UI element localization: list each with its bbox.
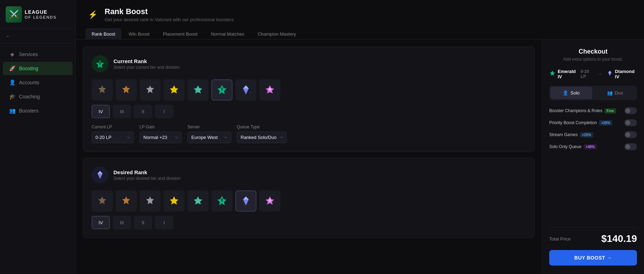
tab-win-boost[interactable]: Win Boost bbox=[123, 28, 155, 39]
from-rank-icon bbox=[549, 70, 556, 78]
sidebar-item-label: Coaching bbox=[19, 94, 40, 99]
boost-configuration: Current Rank Select your current tier an… bbox=[76, 39, 542, 274]
current-rank-card: Current Rank Select your current tier an… bbox=[83, 47, 535, 152]
queue-group: Queue Type Ranked Solo/Duo Ranked Flex bbox=[237, 124, 287, 143]
tab-placement-boost[interactable]: Placement Boost bbox=[157, 28, 203, 39]
booster-champs-label: Booster Champions & Roles Free bbox=[549, 108, 616, 114]
content-area: Current Rank Select your current tier an… bbox=[76, 39, 644, 274]
solo-icon: 👤 bbox=[563, 90, 568, 96]
priority-boost-label: Priority Boost Completion +25% bbox=[549, 120, 612, 126]
lp-select[interactable]: 0-20 LP 21-40 LP 41-60 LP 61-80 LP 81-99… bbox=[92, 132, 134, 143]
rank-badge-gold[interactable] bbox=[163, 79, 185, 101]
server-label: Server bbox=[187, 124, 231, 129]
sidebar-item-boosting[interactable]: 🚀 Boosting bbox=[3, 62, 73, 75]
to-rank-label: Diamond IV bbox=[615, 69, 637, 79]
header-icon: ⚡ bbox=[86, 8, 100, 22]
solo-queue-btn[interactable]: 👤 Solo bbox=[550, 87, 592, 99]
desired-division-btn-ii[interactable]: II bbox=[134, 216, 152, 229]
division-btn-ii[interactable]: II bbox=[134, 105, 152, 118]
current-rank-icon bbox=[92, 55, 109, 72]
tab-rank-boost[interactable]: Rank Boost bbox=[86, 28, 121, 39]
desired-rank-header: Desired Rank Select your desired tier an… bbox=[92, 166, 526, 183]
division-btn-iv[interactable]: IV bbox=[92, 105, 110, 118]
sidebar-item-label: Accounts bbox=[19, 80, 39, 85]
priority-boost-toggle[interactable] bbox=[624, 119, 637, 126]
current-rank-title: Current Rank Select your current tier an… bbox=[113, 58, 181, 70]
rank-badge-diamond[interactable] bbox=[235, 79, 256, 101]
stream-games-badge: +15% bbox=[580, 132, 593, 138]
desired-rank-badge-iron[interactable] bbox=[92, 190, 113, 212]
queue-select[interactable]: Ranked Solo/Duo Ranked Flex bbox=[237, 132, 287, 143]
desired-rank-badge-platinum[interactable] bbox=[187, 190, 209, 212]
division-btn-iii[interactable]: III bbox=[113, 105, 131, 118]
accounts-icon: 👤 bbox=[9, 79, 16, 86]
back-arrow-icon: ← bbox=[6, 34, 10, 39]
desired-rank-badge-gold[interactable] bbox=[163, 190, 185, 212]
option-priority-boost: Priority Boost Completion +25% bbox=[549, 119, 637, 126]
current-rank-options: Current LP 0-20 LP 21-40 LP 41-60 LP 61-… bbox=[92, 124, 526, 143]
total-label: Total Price bbox=[549, 236, 571, 242]
current-rank-header: Current Rank Select your current tier an… bbox=[92, 55, 526, 72]
duo-icon: 👥 bbox=[607, 90, 613, 96]
sidebar-navigation: ◈ Services 🚀 Boosting 👤 Accounts 🎓 Coach… bbox=[0, 43, 75, 122]
tab-champion-mastery[interactable]: Champion Mastery bbox=[252, 28, 302, 39]
desired-rank-badge-bronze[interactable] bbox=[116, 190, 137, 212]
to-rank-icon bbox=[607, 70, 613, 78]
option-stream-games: Stream Games +15% bbox=[549, 131, 637, 138]
desired-rank-icon bbox=[92, 166, 109, 183]
desired-rank-badge-diamond[interactable] bbox=[235, 190, 256, 212]
lp-gain-group: LP Gain Normal +23 Normal +20 Normal +17… bbox=[140, 124, 182, 143]
from-rank-display: Emerald IV 0-20 LP bbox=[549, 69, 594, 79]
solo-only-badge: +40% bbox=[583, 144, 597, 150]
option-booster-champs: Booster Champions & Roles Free bbox=[549, 107, 637, 114]
desired-division-btn-i[interactable]: I bbox=[155, 216, 173, 229]
lp-gain-select[interactable]: Normal +23 Normal +20 Normal +17 Normal … bbox=[140, 132, 182, 143]
boosters-icon: 👥 bbox=[9, 108, 16, 114]
services-icon: ◈ bbox=[9, 51, 16, 57]
desired-rank-badge-master[interactable] bbox=[259, 190, 280, 212]
logo-area: ⚔️ LEAGUEOF LEGENDS bbox=[0, 0, 75, 29]
stream-games-toggle[interactable] bbox=[624, 131, 637, 138]
queue-label: Queue Type bbox=[237, 124, 287, 129]
rank-badge-master[interactable] bbox=[259, 79, 280, 101]
rank-badge-platinum[interactable] bbox=[187, 79, 209, 101]
solo-only-toggle[interactable] bbox=[624, 143, 637, 150]
checkout-subtitle: Add extra options to your boost. bbox=[549, 57, 637, 62]
logo-text: LEAGUEOF LEGENDS bbox=[25, 9, 57, 20]
rank-badge-silver[interactable] bbox=[140, 79, 161, 101]
rank-badge-emerald[interactable] bbox=[211, 79, 233, 101]
desired-division-btn-iv[interactable]: IV bbox=[92, 216, 110, 229]
booster-champs-badge: Free bbox=[605, 108, 616, 114]
checkout-title: Checkout bbox=[549, 48, 637, 55]
page-subtitle: Get your desired rank in Valorant with o… bbox=[105, 17, 235, 22]
total-price: $140.19 bbox=[601, 233, 637, 244]
desired-rank-badge-silver[interactable] bbox=[140, 190, 161, 212]
stream-games-label: Stream Games +15% bbox=[549, 132, 593, 138]
sidebar: ⚔️ LEAGUEOF LEGENDS ← ◈ Services 🚀 Boost… bbox=[0, 0, 76, 274]
back-button[interactable]: ← bbox=[0, 29, 75, 43]
rank-display: Emerald IV 0-20 LP → Diamond IV bbox=[549, 69, 637, 79]
rank-badge-iron[interactable] bbox=[92, 79, 113, 101]
desired-division-btn-iii[interactable]: III bbox=[113, 216, 131, 229]
duo-queue-btn[interactable]: 👥 Duo bbox=[594, 87, 636, 99]
division-btn-i[interactable]: I bbox=[155, 105, 173, 118]
sidebar-item-services[interactable]: ◈ Services bbox=[3, 48, 73, 61]
checkout-panel: Checkout Add extra options to your boost… bbox=[542, 39, 644, 274]
buy-boost-button[interactable]: BUY BOOST → bbox=[549, 250, 637, 266]
desired-rank-badge-emerald[interactable] bbox=[211, 190, 233, 212]
page-title: Rank Boost bbox=[105, 7, 235, 16]
sidebar-item-coaching[interactable]: 🎓 Coaching bbox=[3, 90, 73, 103]
server-select[interactable]: Europe West Europe Nordic North America … bbox=[187, 132, 231, 143]
queue-toggle: 👤 Solo 👥 Duo bbox=[549, 86, 637, 100]
sidebar-item-accounts[interactable]: 👤 Accounts bbox=[3, 76, 73, 89]
lp-label: Current LP bbox=[92, 124, 134, 129]
booster-champs-toggle[interactable] bbox=[624, 107, 637, 114]
tab-normal-matches[interactable]: Normal Matches bbox=[205, 28, 250, 39]
rank-badge-bronze[interactable] bbox=[116, 79, 137, 101]
sidebar-item-boosters[interactable]: 👥 Boosters bbox=[3, 104, 73, 117]
coaching-icon: 🎓 bbox=[9, 93, 16, 100]
checkout-options-list: Booster Champions & Roles Free Priority … bbox=[549, 107, 637, 221]
page-header: ⚡ Rank Boost Get your desired rank in Va… bbox=[76, 0, 644, 22]
sidebar-item-label: Services bbox=[19, 51, 38, 57]
desired-division-row: IV III II I bbox=[92, 216, 526, 229]
